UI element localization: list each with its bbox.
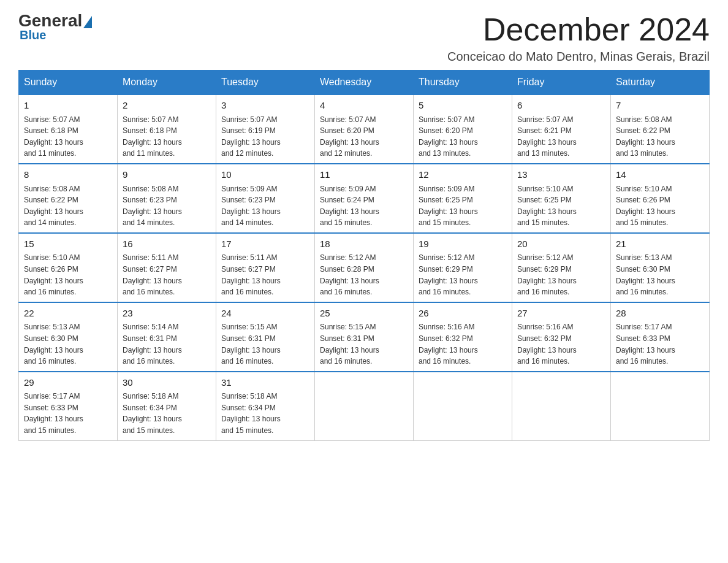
day-number: 8 bbox=[24, 168, 112, 182]
calendar-cell: 5Sunrise: 5:07 AMSunset: 6:20 PMDaylight… bbox=[414, 94, 512, 164]
calendar-cell: 11Sunrise: 5:09 AMSunset: 6:24 PMDayligh… bbox=[315, 164, 414, 233]
day-number: 28 bbox=[616, 307, 704, 321]
day-number: 10 bbox=[221, 168, 309, 182]
day-info: Sunrise: 5:08 AMSunset: 6:22 PMDaylight:… bbox=[24, 183, 112, 229]
calendar-cell: 6Sunrise: 5:07 AMSunset: 6:21 PMDaylight… bbox=[512, 94, 611, 164]
day-number: 9 bbox=[123, 168, 211, 182]
calendar-cell: 28Sunrise: 5:17 AMSunset: 6:33 PMDayligh… bbox=[611, 302, 710, 372]
day-info: Sunrise: 5:07 AMSunset: 6:20 PMDaylight:… bbox=[419, 114, 507, 159]
day-number: 4 bbox=[320, 99, 408, 113]
header-saturday: Saturday bbox=[611, 71, 710, 95]
header-sunday: Sunday bbox=[19, 71, 118, 95]
day-number: 14 bbox=[616, 168, 704, 182]
calendar-cell: 17Sunrise: 5:11 AMSunset: 6:27 PMDayligh… bbox=[216, 233, 315, 302]
calendar-cell: 29Sunrise: 5:17 AMSunset: 6:33 PMDayligh… bbox=[19, 372, 118, 440]
day-info: Sunrise: 5:18 AMSunset: 6:34 PMDaylight:… bbox=[123, 391, 211, 436]
calendar-cell: 27Sunrise: 5:16 AMSunset: 6:32 PMDayligh… bbox=[512, 302, 611, 372]
day-number: 30 bbox=[123, 376, 211, 390]
day-info: Sunrise: 5:12 AMSunset: 6:29 PMDaylight:… bbox=[419, 252, 507, 297]
day-number: 23 bbox=[123, 307, 211, 321]
month-title: December 2024 bbox=[447, 12, 710, 47]
day-number: 22 bbox=[24, 307, 112, 321]
calendar-cell: 25Sunrise: 5:15 AMSunset: 6:31 PMDayligh… bbox=[315, 302, 414, 372]
day-number: 24 bbox=[221, 307, 309, 321]
day-info: Sunrise: 5:08 AMSunset: 6:22 PMDaylight:… bbox=[616, 114, 704, 159]
day-number: 7 bbox=[616, 99, 704, 113]
calendar-cell: 21Sunrise: 5:13 AMSunset: 6:30 PMDayligh… bbox=[611, 233, 710, 302]
day-info: Sunrise: 5:07 AMSunset: 6:19 PMDaylight:… bbox=[221, 114, 309, 159]
calendar-cell: 2Sunrise: 5:07 AMSunset: 6:18 PMDaylight… bbox=[118, 94, 216, 164]
calendar-cell bbox=[315, 372, 414, 440]
calendar-cell: 26Sunrise: 5:16 AMSunset: 6:32 PMDayligh… bbox=[414, 302, 512, 372]
day-info: Sunrise: 5:07 AMSunset: 6:18 PMDaylight:… bbox=[24, 114, 112, 159]
calendar-cell: 12Sunrise: 5:09 AMSunset: 6:25 PMDayligh… bbox=[414, 164, 512, 233]
day-number: 5 bbox=[419, 99, 507, 113]
day-info: Sunrise: 5:12 AMSunset: 6:28 PMDaylight:… bbox=[320, 252, 408, 297]
day-info: Sunrise: 5:11 AMSunset: 6:27 PMDaylight:… bbox=[221, 252, 309, 297]
calendar-cell: 1Sunrise: 5:07 AMSunset: 6:18 PMDaylight… bbox=[19, 94, 118, 164]
day-info: Sunrise: 5:09 AMSunset: 6:23 PMDaylight:… bbox=[221, 183, 309, 229]
logo-general-text: General bbox=[18, 12, 82, 29]
calendar-cell: 16Sunrise: 5:11 AMSunset: 6:27 PMDayligh… bbox=[118, 233, 216, 302]
location-title: Conceicao do Mato Dentro, Minas Gerais, … bbox=[447, 50, 710, 64]
page-header: General Blue December 2024 Conceicao do … bbox=[18, 12, 710, 64]
day-info: Sunrise: 5:07 AMSunset: 6:18 PMDaylight:… bbox=[123, 114, 211, 159]
day-info: Sunrise: 5:15 AMSunset: 6:31 PMDaylight:… bbox=[221, 321, 309, 367]
day-info: Sunrise: 5:12 AMSunset: 6:29 PMDaylight:… bbox=[517, 252, 605, 297]
header-wednesday: Wednesday bbox=[315, 71, 414, 95]
header-friday: Friday bbox=[512, 71, 611, 95]
calendar-cell bbox=[512, 372, 611, 440]
day-number: 25 bbox=[320, 307, 408, 321]
header-tuesday: Tuesday bbox=[216, 71, 315, 95]
day-info: Sunrise: 5:17 AMSunset: 6:33 PMDaylight:… bbox=[616, 321, 704, 367]
calendar-cell bbox=[611, 372, 710, 440]
week-row-2: 8Sunrise: 5:08 AMSunset: 6:22 PMDaylight… bbox=[19, 164, 710, 233]
calendar-cell: 18Sunrise: 5:12 AMSunset: 6:28 PMDayligh… bbox=[315, 233, 414, 302]
day-info: Sunrise: 5:15 AMSunset: 6:31 PMDaylight:… bbox=[320, 321, 408, 367]
day-info: Sunrise: 5:08 AMSunset: 6:23 PMDaylight:… bbox=[123, 183, 211, 229]
week-row-5: 29Sunrise: 5:17 AMSunset: 6:33 PMDayligh… bbox=[19, 372, 710, 440]
calendar-table: SundayMondayTuesdayWednesdayThursdayFrid… bbox=[18, 70, 710, 440]
day-number: 26 bbox=[419, 307, 507, 321]
day-number: 19 bbox=[419, 237, 507, 251]
calendar-cell: 31Sunrise: 5:18 AMSunset: 6:34 PMDayligh… bbox=[216, 372, 315, 440]
calendar-cell: 30Sunrise: 5:18 AMSunset: 6:34 PMDayligh… bbox=[118, 372, 216, 440]
day-info: Sunrise: 5:10 AMSunset: 6:26 PMDaylight:… bbox=[24, 252, 112, 297]
day-number: 20 bbox=[517, 237, 605, 251]
day-number: 18 bbox=[320, 237, 408, 251]
day-number: 1 bbox=[24, 99, 112, 113]
calendar-cell: 19Sunrise: 5:12 AMSunset: 6:29 PMDayligh… bbox=[414, 233, 512, 302]
calendar-cell: 10Sunrise: 5:09 AMSunset: 6:23 PMDayligh… bbox=[216, 164, 315, 233]
day-info: Sunrise: 5:16 AMSunset: 6:32 PMDaylight:… bbox=[419, 321, 507, 367]
title-area: December 2024 Conceicao do Mato Dentro, … bbox=[447, 12, 710, 64]
calendar-cell: 13Sunrise: 5:10 AMSunset: 6:25 PMDayligh… bbox=[512, 164, 611, 233]
day-info: Sunrise: 5:09 AMSunset: 6:24 PMDaylight:… bbox=[320, 183, 408, 229]
day-number: 15 bbox=[24, 237, 112, 251]
week-row-3: 15Sunrise: 5:10 AMSunset: 6:26 PMDayligh… bbox=[19, 233, 710, 302]
day-number: 13 bbox=[517, 168, 605, 182]
day-number: 6 bbox=[517, 99, 605, 113]
day-info: Sunrise: 5:10 AMSunset: 6:26 PMDaylight:… bbox=[616, 183, 704, 229]
day-number: 29 bbox=[24, 376, 112, 390]
calendar-cell: 9Sunrise: 5:08 AMSunset: 6:23 PMDaylight… bbox=[118, 164, 216, 233]
day-info: Sunrise: 5:07 AMSunset: 6:20 PMDaylight:… bbox=[320, 114, 408, 159]
calendar-cell: 3Sunrise: 5:07 AMSunset: 6:19 PMDaylight… bbox=[216, 94, 315, 164]
day-number: 31 bbox=[221, 376, 309, 390]
day-info: Sunrise: 5:17 AMSunset: 6:33 PMDaylight:… bbox=[24, 391, 112, 436]
day-info: Sunrise: 5:10 AMSunset: 6:25 PMDaylight:… bbox=[517, 183, 605, 229]
day-number: 21 bbox=[616, 237, 704, 251]
header-thursday: Thursday bbox=[414, 71, 512, 95]
header-monday: Monday bbox=[118, 71, 216, 95]
day-number: 16 bbox=[123, 237, 211, 251]
day-number: 17 bbox=[221, 237, 309, 251]
day-number: 12 bbox=[419, 168, 507, 182]
day-info: Sunrise: 5:11 AMSunset: 6:27 PMDaylight:… bbox=[123, 252, 211, 297]
day-number: 3 bbox=[221, 99, 309, 113]
calendar-cell: 23Sunrise: 5:14 AMSunset: 6:31 PMDayligh… bbox=[118, 302, 216, 372]
day-info: Sunrise: 5:16 AMSunset: 6:32 PMDaylight:… bbox=[517, 321, 605, 367]
day-info: Sunrise: 5:07 AMSunset: 6:21 PMDaylight:… bbox=[517, 114, 605, 159]
day-number: 2 bbox=[123, 99, 211, 113]
calendar-cell: 4Sunrise: 5:07 AMSunset: 6:20 PMDaylight… bbox=[315, 94, 414, 164]
calendar-cell: 14Sunrise: 5:10 AMSunset: 6:26 PMDayligh… bbox=[611, 164, 710, 233]
calendar-cell: 24Sunrise: 5:15 AMSunset: 6:31 PMDayligh… bbox=[216, 302, 315, 372]
